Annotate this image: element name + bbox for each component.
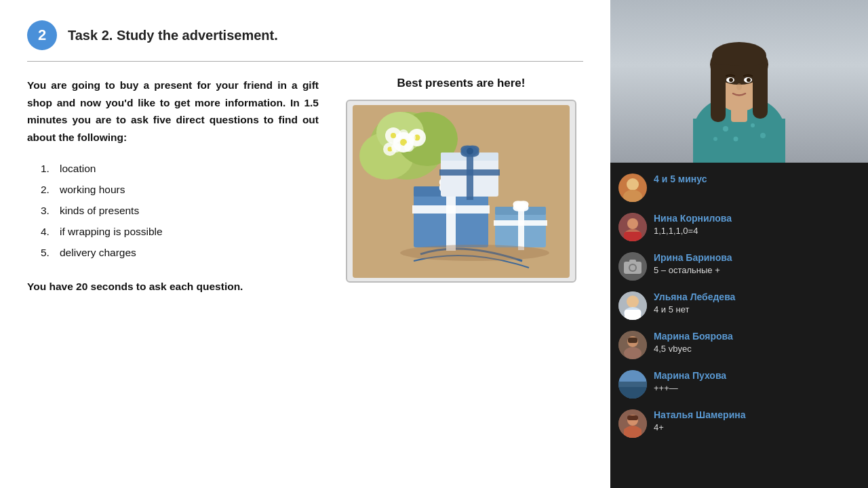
task-body: You are going to buy a present for your … xyxy=(27,77,583,296)
svg-point-44 xyxy=(734,137,738,142)
svg-rect-82 xyxy=(618,382,647,387)
avatar-1 xyxy=(618,174,647,202)
webcam-area xyxy=(610,0,868,163)
svg-rect-85 xyxy=(627,415,638,420)
svg-point-16 xyxy=(391,143,401,152)
svg-point-43 xyxy=(751,123,755,127)
svg-point-58 xyxy=(627,178,639,190)
list-text-2: working hours xyxy=(60,179,125,200)
avatar-icon-1 xyxy=(618,174,647,202)
chat-name-1: 4 и 5 минус xyxy=(654,174,860,184)
svg-point-67 xyxy=(630,265,635,270)
chat-text-4: Ульяна Лебедева 4 и 5 нет xyxy=(654,291,860,316)
avatar-7 xyxy=(618,409,647,438)
avatar-icon-4 xyxy=(618,291,647,320)
main-content: 2 Task 2. Study the advertisement. You a… xyxy=(0,0,610,488)
svg-rect-78 xyxy=(618,387,647,399)
svg-rect-20 xyxy=(412,205,490,214)
chat-item-3: Ирина Баринова 5 – остальные + xyxy=(610,247,868,286)
ad-headline: Best presents are here! xyxy=(397,77,526,90)
svg-point-57 xyxy=(736,83,742,90)
svg-point-55 xyxy=(729,78,733,82)
list-text-4: if wrapping is possible xyxy=(60,221,163,242)
svg-point-14 xyxy=(406,133,416,142)
webcam-background xyxy=(610,0,868,163)
chat-name-2: Нина Корнилова xyxy=(654,213,860,224)
chat-item-1: 4 и 5 минус xyxy=(610,168,868,207)
task-description: You are going to buy a present for your … xyxy=(27,77,319,146)
list-num-5: 5. xyxy=(41,242,54,263)
list-item: 2. working hours xyxy=(41,179,319,200)
list-text-1: location xyxy=(60,158,96,179)
chat-message-6: +++— xyxy=(654,382,860,394)
list-item: 4. if wrapping is possible xyxy=(41,221,319,242)
svg-point-37 xyxy=(518,203,524,209)
svg-rect-27 xyxy=(439,169,500,176)
task-footer: You have 20 seconds to ask each question… xyxy=(27,278,319,296)
gift-image-frame xyxy=(346,100,576,283)
task-number-circle: 2 xyxy=(27,20,57,50)
task-list: 1. location 2. working hours 3. kinds of… xyxy=(27,158,319,263)
chat-text-1: 4 и 5 минус xyxy=(654,174,860,186)
svg-rect-68 xyxy=(629,260,636,263)
chat-name-5: Марина Боярова xyxy=(654,331,860,342)
svg-point-56 xyxy=(747,78,751,82)
avatar-icon-7 xyxy=(618,409,647,438)
chat-name-7: Наталья Шамерина xyxy=(654,409,860,420)
avatar-icon-5 xyxy=(618,331,647,359)
gift-section: Best presents are here! xyxy=(339,77,583,296)
chat-text-6: Марина Пухова +++— xyxy=(654,370,860,394)
svg-point-61 xyxy=(627,218,638,229)
chat-message-2: 1,1,1,1,0=4 xyxy=(654,225,860,237)
svg-rect-63 xyxy=(624,232,642,241)
chat-name-6: Марина Пухова xyxy=(654,370,860,381)
chat-name-3: Ирина Баринова xyxy=(654,252,860,263)
avatar-3 xyxy=(618,252,647,281)
svg-point-10 xyxy=(391,133,396,138)
divider xyxy=(27,61,583,62)
task-number: 2 xyxy=(38,26,46,44)
svg-point-46 xyxy=(760,133,766,138)
chat-item-7: Наталья Шамерина 4+ xyxy=(610,404,868,443)
chat-text-3: Ирина Баринова 5 – остальные + xyxy=(654,252,860,277)
list-text-3: kinds of presents xyxy=(60,200,139,221)
chat-text-5: Марина Боярова 4,5 vbyec xyxy=(654,331,860,355)
svg-point-76 xyxy=(624,347,642,359)
task-title: Task 2. Study the advertisement. xyxy=(68,28,278,43)
svg-point-70 xyxy=(627,296,639,308)
svg-rect-41 xyxy=(693,119,785,163)
chat-message-3: 5 – остальные + xyxy=(654,264,860,277)
presenter-svg xyxy=(671,7,807,163)
svg-rect-34 xyxy=(494,220,547,226)
list-item: 1. location xyxy=(41,158,319,179)
avatar-icon-2 xyxy=(618,213,647,241)
chat-item-4: Ульяна Лебедева 4 и 5 нет xyxy=(610,286,868,325)
chat-text-2: Нина Корнилова 1,1,1,1,0=4 xyxy=(654,213,860,237)
chat-item-2: Нина Корнилова 1,1,1,1,0=4 xyxy=(610,207,868,247)
list-num-3: 3. xyxy=(41,200,54,221)
svg-point-45 xyxy=(713,137,717,141)
avatar-2 xyxy=(618,213,647,241)
avatar-4 xyxy=(618,291,647,320)
chat-message-7: 4+ xyxy=(654,422,860,434)
svg-point-42 xyxy=(723,126,728,131)
list-item: 5. delivery charges xyxy=(41,242,319,263)
svg-point-30 xyxy=(467,148,473,155)
chat-message-4: 4 и 5 нет xyxy=(654,304,860,316)
chat-item-5: Марина Боярова 4,5 vbyec xyxy=(610,325,868,365)
list-num-2: 2. xyxy=(41,179,54,200)
svg-rect-75 xyxy=(628,338,637,343)
avatar-5 xyxy=(618,331,647,359)
svg-point-15 xyxy=(404,142,414,152)
task-header: 2 Task 2. Study the advertisement. xyxy=(27,20,583,50)
avatar-camera-icon xyxy=(618,252,647,281)
chat-list: 4 и 5 минус Нина Корнилова 1,1,1,1,0=4 xyxy=(610,163,868,488)
svg-rect-72 xyxy=(625,310,641,320)
chat-text-7: Наталья Шамерина 4+ xyxy=(654,409,860,434)
svg-point-59 xyxy=(623,190,642,202)
avatar-6 xyxy=(618,370,647,399)
svg-point-38 xyxy=(400,245,549,261)
chat-name-4: Ульяна Лебедева xyxy=(654,291,860,302)
chat-item-6: Марина Пухова +++— xyxy=(610,365,868,404)
list-num-4: 4. xyxy=(41,221,54,242)
